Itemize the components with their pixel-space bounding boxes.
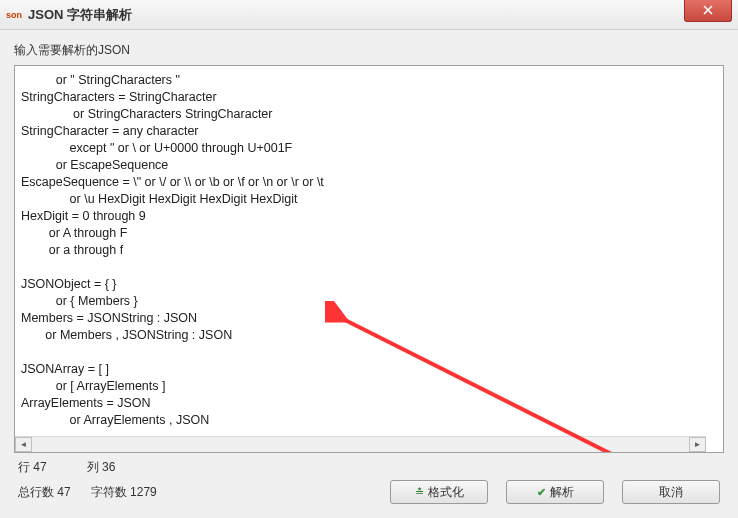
format-button[interactable]: ≛ 格式化 [390, 480, 488, 504]
parse-button-label: 解析 [550, 484, 574, 501]
total-lines-label: 总行数 [18, 485, 54, 499]
col-label: 列 [87, 460, 99, 474]
parse-button[interactable]: ✔ 解析 [506, 480, 604, 504]
horizontal-scrollbar[interactable]: ◄ ► [15, 436, 706, 452]
char-count: 字符数 1279 [91, 484, 157, 501]
cancel-button[interactable]: 取消 [622, 480, 720, 504]
total-lines-value: 47 [57, 485, 70, 499]
close-button[interactable] [684, 0, 732, 22]
input-label: 输入需要解析的JSON [14, 42, 724, 59]
text-container: or " StringCharacters " StringCharacters… [14, 65, 724, 453]
cursor-status: 行 47 列 36 [14, 453, 724, 478]
line-value: 47 [33, 460, 46, 474]
scroll-left-icon[interactable]: ◄ [15, 437, 32, 452]
titlebar: son JSON 字符串解析 [0, 0, 738, 30]
column-status: 列 36 [87, 459, 116, 476]
bottom-row: 总行数 47 字符数 1279 ≛ 格式化 ✔ 解析 取消 [14, 478, 724, 510]
line-label: 行 [18, 460, 30, 474]
window-title: JSON 字符串解析 [28, 6, 132, 24]
close-icon [703, 5, 713, 15]
app-icon: son [6, 7, 22, 23]
total-lines: 总行数 47 [18, 484, 71, 501]
button-bar: ≛ 格式化 ✔ 解析 取消 [390, 480, 720, 504]
char-count-label: 字符数 [91, 485, 127, 499]
line-status: 行 47 [18, 459, 47, 476]
format-icon: ≛ [415, 486, 424, 499]
cancel-button-label: 取消 [659, 484, 683, 501]
col-value: 36 [102, 460, 115, 474]
titlebar-left: son JSON 字符串解析 [6, 6, 132, 24]
format-button-label: 格式化 [428, 484, 464, 501]
json-input[interactable]: or " StringCharacters " StringCharacters… [15, 70, 723, 436]
content-area: 输入需要解析的JSON or " StringCharacters " Stri… [0, 30, 738, 518]
scroll-track[interactable] [32, 437, 689, 452]
counts: 总行数 47 字符数 1279 [18, 484, 157, 501]
char-count-value: 1279 [130, 485, 157, 499]
scroll-right-icon[interactable]: ► [689, 437, 706, 452]
check-icon: ✔ [537, 486, 546, 499]
